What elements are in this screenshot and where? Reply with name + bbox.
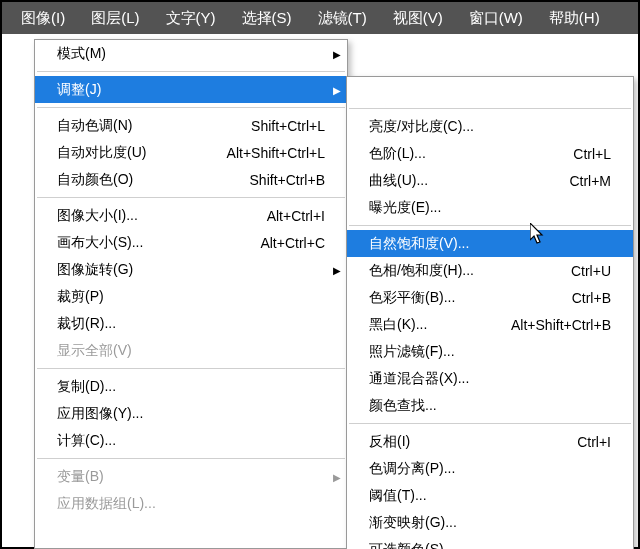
menu-separator xyxy=(349,108,631,109)
menu-item-shortcut: Alt+Ctrl+C xyxy=(250,235,325,251)
menu-item-shortcut: Shift+Ctrl+L xyxy=(241,118,325,134)
menu-item[interactable]: 照片滤镜(F)... xyxy=(347,338,633,365)
menu-item[interactable]: 自动色调(N)Shift+Ctrl+L xyxy=(35,112,347,139)
menubar-item[interactable]: 选择(S) xyxy=(229,2,305,34)
menubar-item[interactable]: 视图(V) xyxy=(380,2,456,34)
menu-separator xyxy=(37,107,345,108)
menu-item[interactable]: 黑白(K)...Alt+Shift+Ctrl+B xyxy=(347,311,633,338)
menu-item[interactable]: 画布大小(S)...Alt+Ctrl+C xyxy=(35,229,347,256)
menu-item-label: 调整(J) xyxy=(57,81,325,99)
menu-item-label: 画布大小(S)... xyxy=(57,234,250,252)
menu-item[interactable]: 曝光度(E)... xyxy=(347,194,633,221)
menu-separator xyxy=(349,225,631,226)
menu-separator xyxy=(349,423,631,424)
menubar-item[interactable]: 图像(I) xyxy=(8,2,78,34)
menu-separator xyxy=(37,458,345,459)
menu-item-label: 通道混合器(X)... xyxy=(369,370,611,388)
menu-item-label: 裁切(R)... xyxy=(57,315,325,333)
adjustments-submenu: 亮度/对比度(C)...色阶(L)...Ctrl+L曲线(U)...Ctrl+M… xyxy=(346,76,634,549)
submenu-arrow-icon: ▶ xyxy=(333,264,341,275)
image-menu: 模式(M)▶调整(J)▶自动色调(N)Shift+Ctrl+L自动对比度(U)A… xyxy=(34,39,348,549)
menu-item-shortcut: Alt+Shift+Ctrl+L xyxy=(217,145,325,161)
menu-item[interactable]: 图像旋转(G)▶ xyxy=(35,256,347,283)
menu-item-label: 可选颜色(S)... xyxy=(369,541,611,550)
menu-item[interactable]: 反相(I)Ctrl+I xyxy=(347,428,633,455)
menu-item-label: 色相/饱和度(H)... xyxy=(369,262,561,280)
menu-item-label: 自动颜色(O) xyxy=(57,171,240,189)
menu-item[interactable]: 裁剪(P) xyxy=(35,283,347,310)
menu-item[interactable]: 渐变映射(G)... xyxy=(347,509,633,536)
menu-item-label: 自动对比度(U) xyxy=(57,144,217,162)
menubar-item[interactable]: 帮助(H) xyxy=(536,2,613,34)
menu-item[interactable]: 通道混合器(X)... xyxy=(347,365,633,392)
menu-item[interactable]: 调整(J)▶ xyxy=(35,76,347,103)
menu-item-label: 颜色查找... xyxy=(369,397,611,415)
menu-item: 变量(B)▶ xyxy=(35,463,347,490)
menu-item[interactable]: 色调分离(P)... xyxy=(347,455,633,482)
menu-item-label: 阈值(T)... xyxy=(369,487,611,505)
menu-item[interactable]: 色阶(L)...Ctrl+L xyxy=(347,140,633,167)
menu-item-label: 变量(B) xyxy=(57,468,325,486)
menu-item: 显示全部(V) xyxy=(35,337,347,364)
menubar-item[interactable]: 滤镜(T) xyxy=(305,2,380,34)
menu-item-label: 图像大小(I)... xyxy=(57,207,257,225)
menu-item-label: 黑白(K)... xyxy=(369,316,501,334)
menu-item-shortcut: Shift+Ctrl+B xyxy=(240,172,325,188)
menu-item[interactable]: 自动颜色(O)Shift+Ctrl+B xyxy=(35,166,347,193)
menu-item-label: 应用数据组(L)... xyxy=(57,495,325,513)
menu-separator xyxy=(37,71,345,72)
menu-item: 应用数据组(L)... xyxy=(35,490,347,517)
menu-item-label: 复制(D)... xyxy=(57,378,325,396)
menu-item-label: 色调分离(P)... xyxy=(369,460,611,478)
menu-item-label: 照片滤镜(F)... xyxy=(369,343,611,361)
menu-item-shortcut: Alt+Ctrl+I xyxy=(257,208,325,224)
menu-item-shortcut: Ctrl+M xyxy=(559,173,611,189)
menu-item-label: 曝光度(E)... xyxy=(369,199,611,217)
menu-item-label: 显示全部(V) xyxy=(57,342,325,360)
menu-item[interactable]: 裁切(R)... xyxy=(35,310,347,337)
menu-item[interactable]: 亮度/对比度(C)... xyxy=(347,113,633,140)
submenu-arrow-icon: ▶ xyxy=(333,48,341,59)
menu-item[interactable]: 色相/饱和度(H)...Ctrl+U xyxy=(347,257,633,284)
menu-item-label: 曲线(U)... xyxy=(369,172,559,190)
menu-item[interactable]: 复制(D)... xyxy=(35,373,347,400)
menu-area: 模式(M)▶调整(J)▶自动色调(N)Shift+Ctrl+L自动对比度(U)A… xyxy=(2,34,638,547)
menu-item-shortcut: Ctrl+L xyxy=(563,146,611,162)
menubar-item[interactable]: 窗口(W) xyxy=(456,2,536,34)
menu-item[interactable]: 可选颜色(S)... xyxy=(347,536,633,549)
menu-item[interactable]: 阈值(T)... xyxy=(347,482,633,509)
menubar: 图像(I)图层(L)文字(Y)选择(S)滤镜(T)视图(V)窗口(W)帮助(H) xyxy=(2,2,638,34)
menu-item-shortcut: Ctrl+U xyxy=(561,263,611,279)
menu-item-label: 自然饱和度(V)... xyxy=(369,235,611,253)
menu-item-shortcut: Ctrl+I xyxy=(567,434,611,450)
menu-item[interactable]: 自然饱和度(V)... xyxy=(347,230,633,257)
menu-item[interactable]: 应用图像(Y)... xyxy=(35,400,347,427)
submenu-arrow-icon: ▶ xyxy=(333,471,341,482)
menu-item[interactable]: 颜色查找... xyxy=(347,392,633,419)
menubar-item[interactable]: 图层(L) xyxy=(78,2,152,34)
menu-item-label: 裁剪(P) xyxy=(57,288,325,306)
menu-item-shortcut: Ctrl+B xyxy=(562,290,611,306)
menu-item[interactable]: 计算(C)... xyxy=(35,427,347,454)
menu-item-label: 图像旋转(G) xyxy=(57,261,325,279)
menu-item-label: 色彩平衡(B)... xyxy=(369,289,562,307)
menu-item-label: 自动色调(N) xyxy=(57,117,241,135)
app-frame: 图像(I)图层(L)文字(Y)选择(S)滤镜(T)视图(V)窗口(W)帮助(H)… xyxy=(0,0,640,549)
submenu-arrow-icon: ▶ xyxy=(333,84,341,95)
menu-blank xyxy=(347,77,633,104)
menu-separator xyxy=(37,197,345,198)
menu-item-label: 亮度/对比度(C)... xyxy=(369,118,611,136)
menubar-item[interactable]: 文字(Y) xyxy=(153,2,229,34)
menu-item[interactable]: 色彩平衡(B)...Ctrl+B xyxy=(347,284,633,311)
menu-item[interactable]: 自动对比度(U)Alt+Shift+Ctrl+L xyxy=(35,139,347,166)
menu-item-label: 应用图像(Y)... xyxy=(57,405,325,423)
menu-item[interactable]: 模式(M)▶ xyxy=(35,40,347,67)
menu-item-label: 色阶(L)... xyxy=(369,145,563,163)
menu-item-shortcut: Alt+Shift+Ctrl+B xyxy=(501,317,611,333)
menu-item-label: 反相(I) xyxy=(369,433,567,451)
menu-separator xyxy=(37,368,345,369)
menu-item-label: 模式(M) xyxy=(57,45,325,63)
menu-item-label: 计算(C)... xyxy=(57,432,325,450)
menu-item[interactable]: 曲线(U)...Ctrl+M xyxy=(347,167,633,194)
menu-item[interactable]: 图像大小(I)...Alt+Ctrl+I xyxy=(35,202,347,229)
